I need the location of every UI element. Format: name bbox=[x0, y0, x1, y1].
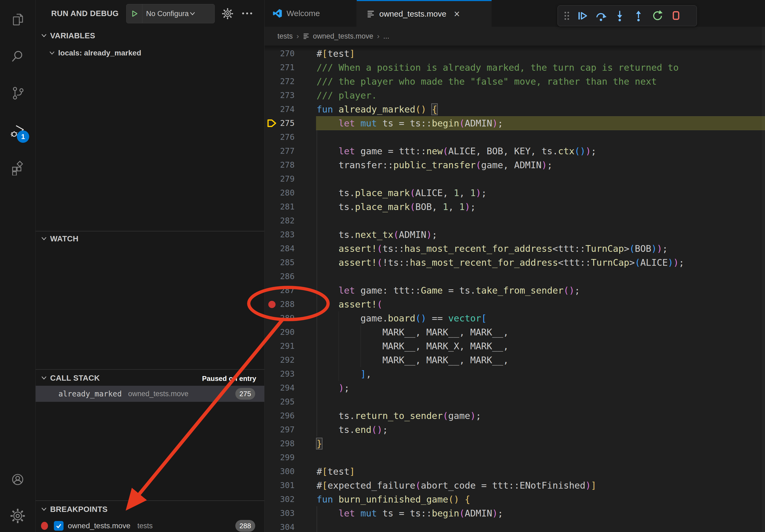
step-into-button[interactable] bbox=[610, 6, 629, 25]
line-number[interactable]: 277 bbox=[265, 144, 295, 158]
code-text[interactable]: /// the player who made the "false" move… bbox=[317, 75, 657, 89]
editor-scrollbar[interactable] bbox=[762, 27, 765, 532]
section-watch[interactable]: WATCH bbox=[36, 232, 264, 245]
line-number[interactable]: 279 bbox=[265, 172, 295, 186]
line-number[interactable]: 272 bbox=[265, 75, 295, 89]
line-number[interactable]: 304 bbox=[265, 520, 295, 532]
line-number[interactable]: 283 bbox=[265, 228, 295, 242]
code-text[interactable]: fun already_marked() { bbox=[317, 102, 437, 116]
tab-owned-tests-move[interactable]: owned_tests.move × bbox=[357, 0, 491, 27]
views-more-actions-button[interactable] bbox=[241, 10, 253, 18]
stop-button[interactable] bbox=[667, 6, 685, 25]
code-text[interactable]: ts.place_mark(BOB, 1, 1); bbox=[317, 200, 476, 214]
breadcrumb-item-symbol[interactable]: ... bbox=[383, 32, 389, 40]
code-text[interactable]: transfer::public_transfer(game, ADMIN); bbox=[317, 158, 552, 172]
debug-configuration-dropdown[interactable]: No Configura bbox=[126, 4, 215, 23]
line-number[interactable]: 298 bbox=[265, 437, 295, 450]
line-number[interactable]: 290 bbox=[265, 325, 295, 339]
line-number[interactable]: 273 bbox=[265, 89, 295, 102]
line-number[interactable]: 292 bbox=[265, 353, 295, 367]
code-line: 289 game.board() == vector[ bbox=[265, 311, 765, 325]
code-text[interactable]: #[test] bbox=[317, 464, 355, 478]
code-text[interactable]: assert!(ts::has_most_recent_for_address<… bbox=[317, 242, 668, 256]
step-over-button[interactable] bbox=[591, 6, 610, 25]
code-text[interactable]: /// player. bbox=[317, 89, 377, 102]
line-number[interactable]: 303 bbox=[265, 506, 295, 520]
line-number[interactable]: 289 bbox=[265, 311, 295, 325]
line-number[interactable]: 276 bbox=[265, 130, 295, 144]
code-text[interactable]: } bbox=[317, 437, 322, 450]
line-number[interactable]: 291 bbox=[265, 339, 295, 353]
line-number[interactable]: 286 bbox=[265, 269, 295, 283]
code-text[interactable]: MARK__, MARK_X, MARK__, bbox=[317, 339, 508, 353]
code-text[interactable]: MARK__, MARK__, MARK__, bbox=[317, 353, 508, 367]
account-button[interactable] bbox=[10, 472, 25, 487]
code-text[interactable]: let mut ts = ts::begin(ADMIN); bbox=[317, 506, 503, 520]
code-text[interactable]: ], bbox=[317, 367, 372, 381]
start-debugging-button[interactable] bbox=[127, 4, 142, 23]
code-text[interactable]: #[test] bbox=[317, 47, 355, 61]
line-number[interactable]: 294 bbox=[265, 381, 295, 395]
line-number[interactable]: 270 bbox=[265, 47, 295, 61]
line-number[interactable]: 299 bbox=[265, 450, 295, 464]
line-number[interactable]: 281 bbox=[265, 200, 295, 214]
code-text[interactable]: ); bbox=[317, 381, 350, 395]
code-text[interactable]: let game: ttt::Game = ts.take_from_sende… bbox=[317, 283, 580, 297]
line-number[interactable]: 287 bbox=[265, 283, 295, 297]
line-number[interactable]: 297 bbox=[265, 423, 295, 437]
code-text[interactable]: assert!( bbox=[317, 297, 382, 311]
section-title: WATCH bbox=[50, 234, 79, 243]
variables-scope-row[interactable]: locals: already_marked bbox=[36, 46, 264, 60]
tab-welcome[interactable]: Welcome bbox=[265, 0, 357, 27]
code-text[interactable]: MARK__, MARK__, MARK__, bbox=[317, 325, 508, 339]
restart-button[interactable] bbox=[648, 6, 667, 25]
settings-button[interactable] bbox=[10, 508, 25, 523]
sidebar-item-explorer[interactable] bbox=[10, 12, 25, 27]
code-text[interactable]: /// When a position is already marked, t… bbox=[317, 61, 679, 75]
breakpoint-list-item[interactable]: owned_tests.move tests 288 bbox=[36, 519, 264, 532]
line-number[interactable]: 293 bbox=[265, 367, 295, 381]
breadcrumb-item-file[interactable]: owned_tests.move bbox=[313, 32, 373, 40]
continue-button[interactable] bbox=[573, 6, 591, 25]
step-out-button[interactable] bbox=[629, 6, 648, 25]
line-number[interactable]: 300 bbox=[265, 464, 295, 478]
close-icon[interactable]: × bbox=[454, 9, 460, 19]
code-text[interactable]: #[expected_failure(abort_code = ttt::ENo… bbox=[317, 478, 596, 492]
section-breakpoints[interactable]: BREAKPOINTS bbox=[36, 503, 264, 515]
breakpoint-checkbox[interactable] bbox=[54, 521, 64, 531]
code-text[interactable]: ts.end(); bbox=[317, 423, 388, 437]
code-text[interactable]: assert!(!ts::has_most_recent_for_address… bbox=[317, 256, 684, 269]
debug-settings-button[interactable] bbox=[222, 8, 233, 20]
section-variables[interactable]: VARIABLES bbox=[36, 30, 264, 42]
line-number[interactable]: 275 bbox=[265, 116, 295, 130]
code-text[interactable]: let game = ttt::new(ALICE, BOB, KEY, ts.… bbox=[317, 144, 596, 158]
code-text[interactable]: let mut ts = ts::begin(ADMIN); bbox=[317, 116, 503, 130]
line-number[interactable]: 284 bbox=[265, 242, 295, 256]
line-number[interactable]: 278 bbox=[265, 158, 295, 172]
line-number[interactable]: 288 bbox=[265, 297, 295, 311]
sidebar-item-search[interactable] bbox=[10, 49, 25, 64]
call-stack-frame-row[interactable]: already_marked owned_tests.move 275 bbox=[36, 386, 264, 402]
breadcrumb-item-root[interactable]: tests bbox=[278, 32, 293, 40]
line-number[interactable]: 280 bbox=[265, 186, 295, 200]
code-line: 297 ts.end(); bbox=[265, 423, 765, 437]
line-number[interactable]: 301 bbox=[265, 478, 295, 492]
tab-label: Welcome bbox=[287, 9, 320, 18]
line-number[interactable]: 282 bbox=[265, 214, 295, 228]
sidebar-item-source-control[interactable] bbox=[10, 86, 25, 101]
line-number[interactable]: 274 bbox=[265, 102, 295, 116]
code-text[interactable]: game.board() == vector[ bbox=[317, 311, 487, 325]
code-line: 271/// When a position is already marked… bbox=[265, 61, 765, 75]
code-text[interactable]: ts.return_to_sender(game); bbox=[317, 409, 481, 423]
code-text[interactable]: ts.place_mark(ALICE, 1, 1); bbox=[317, 186, 487, 200]
line-number[interactable]: 295 bbox=[265, 395, 295, 409]
gear-icon bbox=[222, 8, 233, 19]
sidebar-item-extensions[interactable] bbox=[10, 160, 25, 175]
code-text[interactable]: ts.next_tx(ADMIN); bbox=[317, 228, 437, 242]
line-number[interactable]: 271 bbox=[265, 61, 295, 75]
line-number[interactable]: 302 bbox=[265, 492, 295, 506]
line-number[interactable]: 296 bbox=[265, 409, 295, 423]
toolbar-drag-handle[interactable] bbox=[560, 6, 573, 25]
code-text[interactable]: fun burn_unfinished_game() { bbox=[317, 492, 470, 506]
line-number[interactable]: 285 bbox=[265, 256, 295, 269]
